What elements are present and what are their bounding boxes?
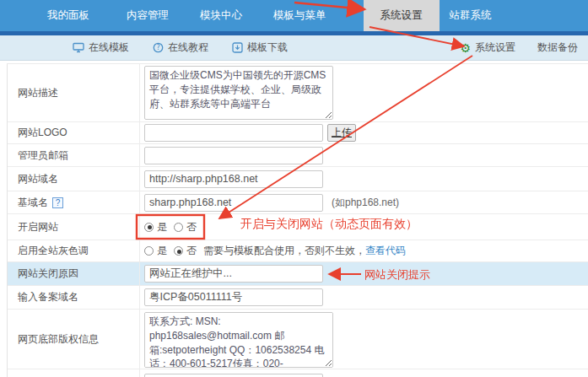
data-backup-button[interactable]: 数据备份 xyxy=(537,40,578,55)
online-tutorial-button[interactable]: ? 在线教程 xyxy=(153,40,208,55)
base-domain-input[interactable] xyxy=(144,194,323,212)
site-open-yes-radio[interactable] xyxy=(144,223,154,232)
site-open-yes-label: 是 xyxy=(157,220,167,234)
svg-text:?: ? xyxy=(156,44,159,51)
row-base-domain: 基域名 ? (如php168.net) xyxy=(8,191,588,214)
tab-site-group[interactable]: 站群系统 xyxy=(450,0,492,31)
site-open-no-radio[interactable] xyxy=(174,223,183,232)
partial-row-label xyxy=(8,369,140,377)
footer-copyright-label: 网页底部版权信息 xyxy=(8,310,140,369)
view-code-link[interactable]: 查看代码 xyxy=(365,244,406,258)
gray-mode-yes-radio[interactable] xyxy=(144,246,154,256)
row-site-domain: 网站域名 xyxy=(8,167,588,191)
gray-mode-no-radio[interactable] xyxy=(174,246,183,256)
row-site-description: 网站描述 国微企业级CMS为中国领先的开源CMS平台，专注提供媒学校、企业、局级… xyxy=(8,64,588,122)
site-description-label: 网站描述 xyxy=(8,64,140,121)
row-icp-number: 输入备案域名 xyxy=(8,286,588,310)
site-logo-input[interactable] xyxy=(144,124,323,142)
icp-number-label: 输入备案域名 xyxy=(8,286,140,309)
download-icon xyxy=(232,42,243,53)
system-settings-label: 系统设置 xyxy=(475,40,515,55)
gray-mode-no-label: 否 xyxy=(186,244,197,258)
icp-number-input[interactable] xyxy=(144,288,323,306)
tab-my-panel[interactable]: 我的面板 xyxy=(47,0,89,31)
open-site-annotation: 开启与关闭网站（动态页面有效） xyxy=(240,217,418,232)
row-partial xyxy=(8,369,588,377)
tab-system-settings[interactable]: 系统设置 xyxy=(364,0,440,31)
help-icon[interactable]: ? xyxy=(52,197,63,208)
template-download-label: 模板下载 xyxy=(247,40,288,55)
gear-icon: ⚙ xyxy=(460,42,471,54)
template-download-button[interactable]: 模板下载 xyxy=(232,40,288,55)
gray-mode-yes-label: 是 xyxy=(157,244,167,258)
close-reason-input[interactable] xyxy=(144,265,323,283)
gray-mode-note: 需要与模板配合使用，否则不生效， xyxy=(203,244,365,258)
site-description-textarea[interactable]: 国微企业级CMS为中国领先的开源CMS平台，专注提供媒学校、企业、局级政府、站群… xyxy=(144,66,333,120)
site-open-label: 开启网站 xyxy=(8,214,140,240)
base-domain-label: 基域名 ? xyxy=(8,191,140,213)
data-backup-label: 数据备份 xyxy=(537,40,578,55)
admin-email-input[interactable] xyxy=(144,147,323,164)
tab-module-center[interactable]: 模块中心 xyxy=(200,0,242,31)
admin-email-label: 管理员邮箱 xyxy=(8,144,140,166)
row-gray-mode: 启用全站灰色调 是 否 需要与模板配合使用，否则不生效，查看代码 xyxy=(8,240,588,262)
partial-input[interactable] xyxy=(144,374,323,377)
close-reason-label: 网站关闭原因 xyxy=(8,262,140,285)
tutorial-icon: ? xyxy=(153,42,164,53)
tab-content-management[interactable]: 内容管理 xyxy=(127,0,169,31)
close-reason-annotation: 网站关闭提示 xyxy=(364,267,430,283)
row-admin-email: 管理员邮箱 xyxy=(8,144,588,167)
base-domain-label-text: 基域名 xyxy=(18,196,48,210)
upload-button[interactable]: 上传 xyxy=(327,124,356,142)
system-settings-button[interactable]: ⚙ 系统设置 xyxy=(460,40,515,55)
gray-mode-label: 启用全站灰色调 xyxy=(8,240,140,261)
site-domain-input[interactable] xyxy=(144,170,323,188)
monitor-icon xyxy=(73,42,84,53)
secondary-toolbar: 在线模板 ? 在线教程 模板下载 ⚙ 系统设置 数据备份 xyxy=(0,35,588,61)
footer-copyright-textarea[interactable]: 联系方式: MSN: php168sales@hotmail.com 邮箱:se… xyxy=(144,312,333,368)
base-domain-note: (如php168.net) xyxy=(332,196,399,210)
tab-template-menu[interactable]: 模板与菜单 xyxy=(273,0,326,31)
site-open-no-label: 否 xyxy=(186,220,197,234)
online-template-label: 在线模板 xyxy=(89,40,129,55)
row-site-logo: 网站LOGO 上传 xyxy=(8,122,588,144)
top-nav: 我的面板 内容管理 模块中心 模板与菜单 系统设置 站群系统 xyxy=(0,0,588,31)
site-domain-label: 网站域名 xyxy=(8,167,140,191)
admin-settings-page: 我的面板 内容管理 模块中心 模板与菜单 系统设置 站群系统 在线模板 ? 在线… xyxy=(0,0,588,377)
online-tutorial-label: 在线教程 xyxy=(168,40,208,55)
row-footer-copyright: 网页底部版权信息 联系方式: MSN: php168sales@hotmail.… xyxy=(8,310,588,369)
row-close-reason: 网站关闭原因 xyxy=(8,262,588,286)
site-logo-label: 网站LOGO xyxy=(8,122,140,143)
online-template-button[interactable]: 在线模板 xyxy=(73,40,129,55)
